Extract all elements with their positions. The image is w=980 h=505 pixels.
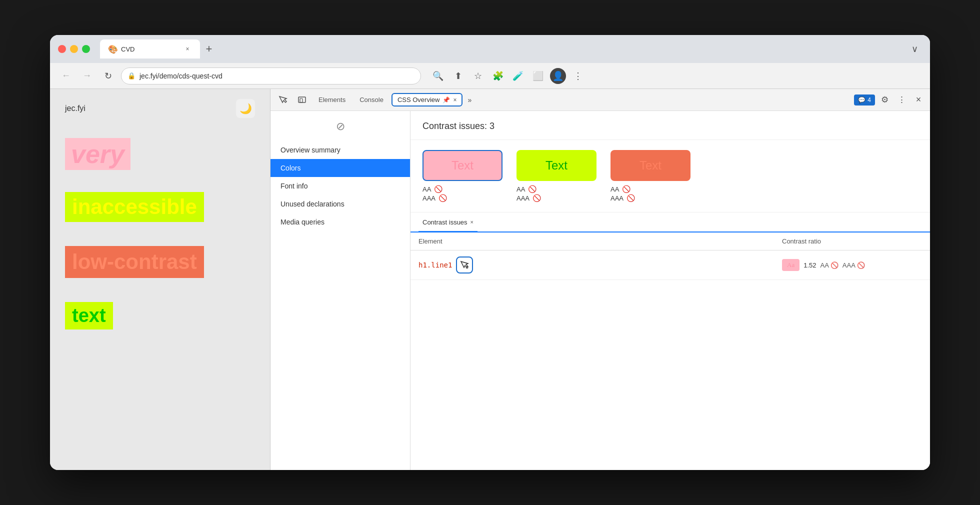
url-text: jec.fyi/demo/cds-quest-cvd [140, 72, 222, 80]
refresh-button[interactable]: ↻ [100, 68, 116, 84]
elements-tab[interactable]: Elements [312, 93, 352, 106]
swatch-group-3: Text AA 🚫 AAA 🚫 [610, 150, 690, 202]
swatch-3[interactable]: Text [610, 150, 690, 181]
svg-rect-1 [300, 98, 302, 102]
demo-low-contrast-block: low-contrast [65, 239, 255, 285]
devtools-content: ⊘ Overview summary Colors Font info Unus… [270, 111, 930, 470]
swatch-2-aaa-label: AAA [516, 194, 530, 202]
swatch-2-aa-no-icon: 🚫 [528, 185, 536, 193]
contrast-swatches: Text AA 🚫 AAA 🚫 [410, 140, 930, 212]
aa-badge-label: AA [820, 262, 828, 269]
swatch-1-aa-row: AA 🚫 [422, 185, 502, 193]
sidebar-item-overview[interactable]: Overview summary [270, 141, 410, 159]
devtools-settings-button[interactable]: ⚙ [877, 92, 892, 108]
bookmark-icon[interactable]: ☆ [470, 68, 486, 84]
block-icon[interactable]: ⊘ [332, 118, 349, 135]
browser-window: 🎨 CVD × + ∨ ← → ↻ 🔒 jec.fyi/demo/cds-que… [50, 35, 930, 470]
devtools-more-dots-icon: ⋮ [898, 94, 906, 105]
back-button[interactable]: ← [58, 68, 74, 84]
aaa-no-icon: 🚫 [857, 262, 865, 269]
table-row: h1.line1 Aa [410, 250, 930, 280]
forward-button[interactable]: → [79, 68, 95, 84]
settings-gear-icon: ⚙ [881, 94, 888, 105]
issues-badge-button[interactable]: 💬 4 [854, 94, 875, 106]
sidebar-item-font[interactable]: Font info [270, 177, 410, 195]
devtools-toolbar: Elements Console CSS Overview 📌 × » 💬 4 … [270, 89, 930, 111]
new-tab-button[interactable]: + [200, 40, 218, 58]
contrast-issues-tab[interactable]: Contrast issues × [418, 213, 478, 232]
maximize-traffic-light[interactable] [82, 45, 90, 53]
swatch-group-2: Text AA 🚫 AAA 🚫 [516, 150, 596, 202]
tab-favicon: 🎨 [108, 44, 117, 54]
sidebar-item-colors[interactable]: Colors [270, 159, 410, 177]
aaa-badge-label: AAA [842, 262, 856, 269]
devtools-more-button[interactable]: ⋮ [894, 92, 909, 108]
extensions-icon[interactable]: 🧩 [490, 68, 506, 84]
contrast-issues-tab-close[interactable]: × [470, 219, 474, 225]
css-overview-tab[interactable]: CSS Overview 📌 × [392, 93, 463, 106]
profile-icon[interactable]: 👤 [550, 68, 566, 84]
swatch-3-aa-no-icon: 🚫 [622, 185, 630, 193]
tab-close-button[interactable]: × [183, 44, 192, 54]
aa-no-icon: 🚫 [830, 262, 838, 269]
text-demo-text: text [72, 305, 106, 326]
tabs-bar: 🎨 CVD × + [100, 40, 906, 58]
issues-table: Element Contrast ratio h1.line1 [410, 232, 930, 470]
devtools-right-controls: 💬 4 ⚙ ⋮ × [854, 92, 926, 108]
demo-very-block: very [65, 133, 255, 175]
swatch-1[interactable]: Text [422, 150, 502, 181]
inaccessible-text: inaccessible [72, 195, 197, 218]
active-tab[interactable]: 🎨 CVD × [100, 40, 200, 58]
low-contrast-text: low-contrast [72, 250, 197, 274]
swatch-1-aaa-row: AAA 🚫 [422, 194, 502, 202]
inspector-tool-button[interactable] [274, 92, 292, 108]
traffic-lights [58, 45, 90, 53]
swatch-1-aa-no-icon: 🚫 [434, 185, 442, 193]
css-overview-tab-label: CSS Overview [398, 96, 440, 104]
css-overview-tab-close[interactable]: × [453, 96, 456, 104]
tabs-dropdown[interactable]: ∨ [912, 44, 922, 54]
issues-badge-icon: 💬 [858, 96, 866, 104]
aa-badge: AA 🚫 [820, 262, 838, 269]
swatch-2[interactable]: Text [516, 150, 596, 181]
share-icon[interactable]: ⬆ [450, 68, 466, 84]
element-cell: h1.line1 [418, 256, 782, 274]
swatch-2-aaa-no-icon: 🚫 [532, 194, 541, 202]
lock-icon: 🔒 [128, 72, 136, 80]
ratio-value: 1.52 [804, 262, 816, 269]
device-toggle-button[interactable] [294, 92, 310, 108]
minimize-traffic-light[interactable] [70, 45, 78, 53]
sidebar-item-media[interactable]: Media queries [270, 213, 410, 231]
search-icon[interactable]: 🔍 [430, 68, 446, 84]
swatch-3-text: Text [640, 158, 662, 172]
address-bar[interactable]: 🔒 jec.fyi/demo/cds-quest-cvd [121, 68, 421, 84]
swatch-3-aa-label: AA [610, 186, 619, 193]
lab-icon[interactable]: 🧪 [510, 68, 526, 84]
ratio-column-header: Contrast ratio [782, 238, 922, 245]
devtools-close-button[interactable]: × [911, 92, 926, 108]
console-tab[interactable]: Console [354, 93, 390, 106]
css-overview-sidebar: ⊘ Overview summary Colors Font info Unus… [270, 111, 410, 470]
split-icon[interactable]: ⬜ [530, 68, 546, 84]
contrast-header: Contrast issues: 3 [410, 111, 930, 140]
demo-inaccessible-block: inaccessible [65, 185, 255, 229]
sidebar-item-unused[interactable]: Unused declarations [270, 195, 410, 213]
svg-rect-0 [298, 97, 306, 102]
element-column-header: Element [418, 238, 782, 245]
webpage-header: jec.fyi 🌙 [65, 99, 255, 118]
inspect-element-button[interactable] [456, 256, 473, 274]
webpage-area: jec.fyi 🌙 very inaccessible low-contrast [50, 89, 270, 470]
navigation-bar: ← → ↻ 🔒 jec.fyi/demo/cds-quest-cvd 🔍 ⬆ ☆… [50, 63, 930, 89]
swatch-2-aa-row: AA 🚫 [516, 185, 596, 193]
css-overview-pin-icon: 📌 [442, 96, 450, 104]
swatch-3-labels: AA 🚫 AAA 🚫 [610, 185, 690, 202]
demo-text-block: text [65, 295, 255, 336]
more-menu-icon[interactable]: ⋮ [570, 68, 586, 84]
close-traffic-light[interactable] [58, 45, 66, 53]
contrast-issues-area: Contrast issues × Element Contrast ratio [410, 212, 930, 470]
more-tabs-button[interactable]: » [464, 94, 474, 106]
dark-mode-button[interactable]: 🌙 [236, 99, 255, 118]
aa-swatch: Aa [782, 259, 800, 271]
text-bg-block: text [65, 302, 113, 330]
swatch-2-text: Text [546, 158, 568, 172]
